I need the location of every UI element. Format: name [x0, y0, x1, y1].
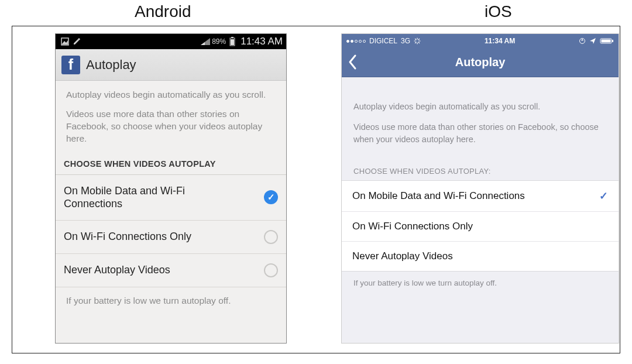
edit-icon	[73, 37, 81, 46]
facebook-logo-icon: f	[61, 56, 80, 74]
radio-checked-icon[interactable]: ✓	[264, 190, 278, 204]
svg-line-13	[415, 39, 417, 40]
signal-icon	[201, 38, 210, 45]
ios-heading: iOS	[485, 2, 512, 21]
option-label: Never Autoplay Videos	[64, 263, 264, 277]
android-statusbar: 89% 11:43 AM	[56, 34, 286, 49]
battery-icon	[229, 37, 235, 46]
section-heading: CHOOSE WHEN VIDEOS AUTOPLAY	[56, 154, 286, 175]
description-text: Autoplay videos begin automatically as y…	[342, 77, 619, 156]
svg-marker-19	[590, 38, 596, 44]
status-time: 11:43 AM	[241, 36, 283, 47]
autoplay-option-never[interactable]: Never Autoplay Videos	[342, 242, 619, 271]
android-titlebar: f Autoplay	[56, 49, 286, 81]
svg-rect-7	[231, 37, 233, 38]
battery-icon	[600, 37, 614, 44]
autoplay-option-wifi-only[interactable]: On Wi-Fi Connections Only	[56, 221, 286, 254]
option-label: Never Autoplay Videos	[352, 250, 608, 262]
footer-note: If your battery is low we turn autoplay …	[56, 287, 286, 314]
radio-unchecked-icon[interactable]	[264, 263, 278, 277]
carrier-label: DIGICEL	[369, 37, 397, 45]
autoplay-option-never[interactable]: Never Autoplay Videos	[56, 254, 286, 287]
location-icon	[579, 37, 586, 44]
android-heading: Android	[135, 2, 191, 21]
ios-statusbar: DIGICEL 3G 11:34 AM	[342, 34, 619, 48]
svg-rect-22	[612, 40, 613, 42]
svg-marker-1	[62, 40, 68, 44]
footer-note: If your battery is low we turn autoplay …	[342, 272, 619, 294]
svg-marker-2	[74, 39, 79, 44]
svg-line-16	[415, 42, 417, 43]
autoplay-option-wifi-only[interactable]: On Wi-Fi Connections Only	[342, 212, 619, 242]
ios-screen: DIGICEL 3G 11:34 AM	[341, 33, 619, 344]
battery-percent: 89%	[212, 37, 226, 46]
svg-rect-8	[231, 39, 234, 45]
option-label: On Mobile Data and Wi-Fi Connections	[352, 190, 599, 202]
page-title: Autoplay	[455, 56, 506, 69]
autoplay-option-mobile-wifi[interactable]: On Mobile Data and Wi-Fi Connections ✓	[342, 181, 619, 212]
image-icon	[61, 37, 69, 46]
options-group: On Mobile Data and Wi-Fi Connections ✓ O…	[342, 180, 619, 272]
option-label: On Mobile Data and Wi-Fi Connections	[64, 184, 264, 211]
android-screen: 89% 11:43 AM f Autoplay Autoplay videos …	[55, 33, 287, 344]
loading-icon	[414, 37, 421, 44]
description-text: Autoplay videos begin automatically as y…	[56, 81, 286, 154]
svg-line-14	[418, 42, 420, 43]
svg-marker-18	[581, 39, 583, 41]
page-title: Autoplay	[86, 57, 136, 73]
network-label: 3G	[401, 37, 410, 45]
svg-line-15	[418, 39, 420, 40]
back-button[interactable]	[348, 54, 357, 73]
option-label: On Wi-Fi Connections Only	[352, 221, 608, 232]
svg-marker-4	[201, 38, 210, 45]
comparison-frame: 89% 11:43 AM f Autoplay Autoplay videos …	[12, 26, 620, 353]
checkmark-icon: ✓	[599, 190, 608, 202]
section-heading: CHOOSE WHEN VIDEOS AUTOPLAY:	[342, 156, 619, 180]
ios-navbar: Autoplay	[342, 48, 619, 77]
option-label: On Wi-Fi Connections Only	[64, 230, 264, 243]
autoplay-option-mobile-wifi[interactable]: On Mobile Data and Wi-Fi Connections ✓	[56, 175, 286, 221]
location-arrow-icon	[589, 37, 596, 44]
signal-dots-icon	[346, 40, 366, 43]
status-time: 11:34 AM	[485, 37, 515, 45]
radio-unchecked-icon[interactable]	[264, 230, 278, 244]
svg-rect-21	[602, 40, 611, 43]
